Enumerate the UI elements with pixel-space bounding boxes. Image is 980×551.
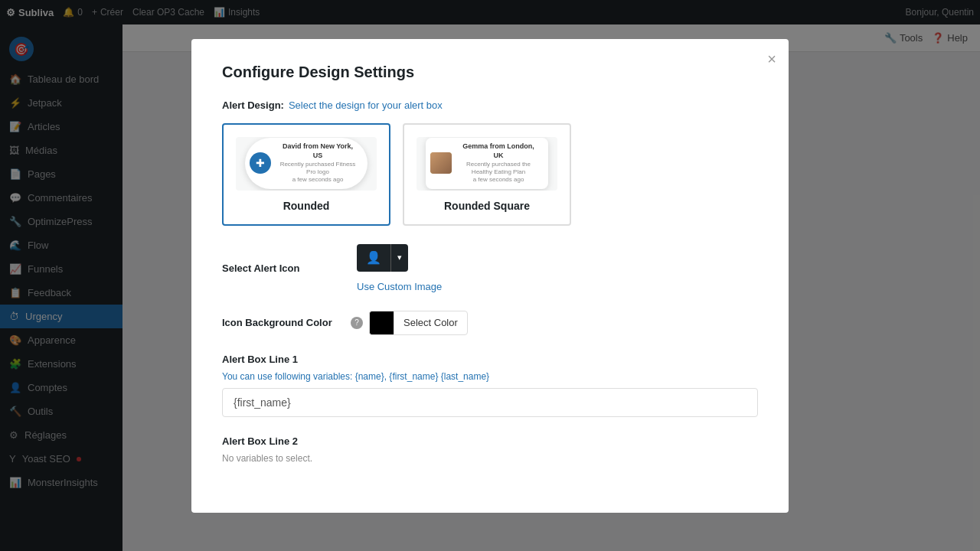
modal-close-button[interactable]: × <box>767 51 776 67</box>
icon-select-button[interactable]: 👤 <box>357 244 390 272</box>
info-icon[interactable]: ? <box>351 317 363 329</box>
rounded-square-notification: Gemma from London, UK Recently purchased… <box>426 138 548 189</box>
rounded-avatar: ✚ <box>250 152 271 174</box>
rounded-square-preview: Gemma from London, UK Recently purchased… <box>416 137 557 191</box>
icon-background-color-section: Icon Background Color ? Select Color <box>222 311 758 335</box>
select-color-button[interactable]: Select Color <box>394 311 468 335</box>
rounded-preview: ✚ David from New York, US Recently purch… <box>236 137 377 191</box>
rounded-label: Rounded <box>236 200 377 212</box>
color-swatch[interactable] <box>369 311 394 335</box>
alert-design-header: Alert Design: Select the design for your… <box>222 99 758 111</box>
use-custom-image-link[interactable]: Use Custom Image <box>357 281 442 292</box>
rounded-square-label: Rounded Square <box>416 200 557 212</box>
alert-box-line2-label: Alert Box Line 2 <box>222 435 758 447</box>
alert-box-line1-label: Alert Box Line 1 <box>222 354 758 365</box>
rounded-notification: ✚ David from New York, US Recently purch… <box>245 138 368 189</box>
no-vars-hint: No variables to select. <box>222 453 758 464</box>
icon-bg-color-label: Icon Background Color <box>222 317 345 328</box>
modal-overlay[interactable]: × Configure Design Settings Alert Design… <box>0 0 980 551</box>
design-option-rounded[interactable]: ✚ David from New York, US Recently purch… <box>222 123 390 226</box>
icon-dropdown-button[interactable]: ▾ <box>390 244 408 272</box>
modal-title: Configure Design Settings <box>222 64 758 81</box>
icon-selector-row: 👤 ▾ <box>357 244 442 272</box>
person-icon: 👤 <box>366 250 381 265</box>
select-alert-icon-section: Select Alert Icon 👤 ▾ Use Custom Image <box>222 244 758 292</box>
modal-dialog: × Configure Design Settings Alert Design… <box>191 39 789 513</box>
alert-design-label: Alert Design: <box>222 99 284 111</box>
alert-box-line1-section: Alert Box Line 1 You can use following v… <box>222 354 758 417</box>
alert-design-section: Alert Design: Select the design for your… <box>222 99 758 226</box>
design-options: ✚ David from New York, US Recently purch… <box>222 123 758 226</box>
alert-box-line1-input[interactable] <box>222 388 758 417</box>
select-alert-icon-label: Select Alert Icon <box>222 262 345 274</box>
color-picker-wrapper: Select Color <box>369 311 468 335</box>
rounded-text: David from New York, US Recently purchas… <box>277 142 358 184</box>
variables-hint: You can use following variables: {name},… <box>222 371 758 382</box>
alert-design-hint: Select the design for your alert box <box>289 99 443 111</box>
rounded-square-text: Gemma from London, UK Recently purchased… <box>458 142 539 184</box>
alert-box-line2-section: Alert Box Line 2 No variables to select. <box>222 435 758 464</box>
rounded-square-thumb <box>430 152 452 174</box>
design-option-rounded-square[interactable]: Gemma from London, UK Recently purchased… <box>403 123 571 226</box>
chevron-down-icon: ▾ <box>397 253 402 262</box>
thumb-image <box>430 152 452 174</box>
